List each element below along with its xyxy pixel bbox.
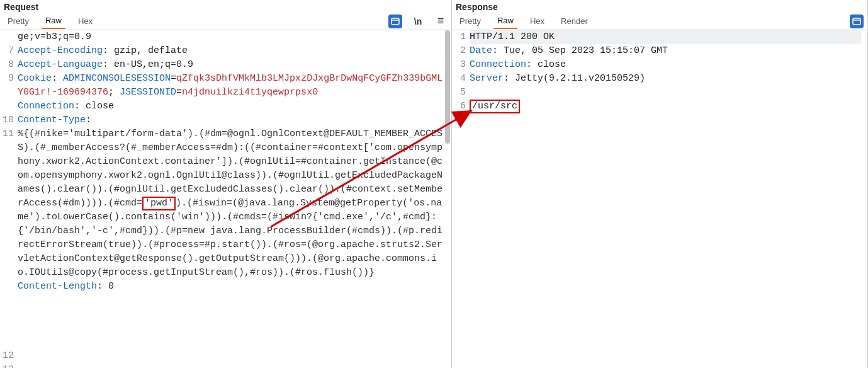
actions-icon[interactable] <box>850 14 864 28</box>
request-gutter: 789 1011 1213 <box>0 30 18 368</box>
menu-icon[interactable]: ≡ <box>434 14 448 28</box>
tab-pretty[interactable]: Pretty <box>456 14 485 28</box>
tab-pretty[interactable]: Pretty <box>4 14 33 28</box>
response-body-highlight: /usr/src <box>470 100 520 113</box>
actions-icon[interactable] <box>388 14 402 28</box>
svg-rect-2 <box>853 18 860 25</box>
tab-raw[interactable]: Raw <box>493 13 517 29</box>
request-title: Request <box>0 0 451 13</box>
request-tabs: Pretty Raw Hex \n ≡ <box>0 13 451 30</box>
request-lines: ge;v=b3;q=0.9Accept-Encoding: gzip, defl… <box>18 30 451 368</box>
tab-hex[interactable]: Hex <box>74 14 96 28</box>
response-gutter: 123456 <box>452 30 470 368</box>
tab-hex[interactable]: Hex <box>526 14 548 28</box>
response-panel: Response Pretty Raw Hex Render 123456 HT… <box>452 0 868 368</box>
response-title: Response <box>452 0 867 13</box>
response-lines: HTTP/1.1 200 OKDate: Tue, 05 Sep 2023 15… <box>470 30 867 368</box>
tab-raw[interactable]: Raw <box>42 13 65 29</box>
response-code[interactable]: 123456 HTTP/1.1 200 OKDate: Tue, 05 Sep … <box>452 30 867 368</box>
scrollbar-thumb[interactable] <box>445 30 450 144</box>
cmd-highlight: 'pwd' <box>142 197 176 210</box>
request-code[interactable]: 789 1011 1213 ge;v=b3;q=0.9Accept-Encodi… <box>0 30 451 368</box>
newline-icon[interactable]: \n <box>411 14 425 28</box>
request-panel: Request Pretty Raw Hex \n ≡ 789 1011 121… <box>0 0 452 368</box>
svg-rect-0 <box>392 18 399 25</box>
tab-render[interactable]: Render <box>557 14 592 28</box>
response-tabs: Pretty Raw Hex Render <box>452 13 867 30</box>
